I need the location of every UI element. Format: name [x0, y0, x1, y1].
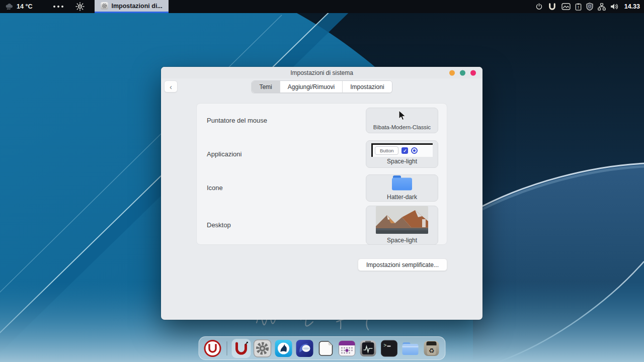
dock-trash-icon[interactable]: ♻	[422, 339, 441, 358]
row-desktop: Desktop Space-light	[197, 205, 447, 245]
tab-aggiungi-rimuovi[interactable]: Aggiungi/Rimuovi	[280, 81, 343, 93]
back-button[interactable]: ‹	[164, 80, 178, 93]
close-button[interactable]	[470, 70, 476, 75]
window-title: Impostazioni di sistema	[290, 69, 353, 76]
dock-uruk-editor-icon[interactable]	[232, 339, 251, 358]
clock[interactable]: 14.33	[624, 3, 640, 10]
blue-folder-icon	[392, 175, 412, 193]
tab-impostazioni[interactable]: Impostazioni	[343, 81, 391, 93]
storm-cloud-icon	[5, 3, 14, 10]
svg-text:♻: ♻	[429, 347, 435, 354]
brightness-sun-icon[interactable]	[75, 2, 85, 11]
row-label: Puntatore del mouse	[207, 117, 267, 124]
dock-document-icon[interactable]	[316, 339, 336, 358]
dock-web-browser-icon[interactable]	[274, 339, 293, 358]
chevron-left-icon: ‹	[170, 82, 172, 91]
uruk-logo-icon[interactable]	[547, 2, 557, 12]
three-dots-icon[interactable]	[53, 6, 63, 8]
shield-icon[interactable]	[586, 3, 593, 11]
cursor-theme-name: Bibata-Modern-Classic	[373, 124, 431, 130]
power-icon[interactable]	[535, 3, 543, 11]
preview-radio-icon	[411, 147, 418, 154]
themes-panel: Puntatore del mouse Bibata-Modern-Classi…	[196, 103, 447, 245]
row-label: Icone	[207, 184, 223, 192]
row-mouse-pointer: Puntatore del mouse Bibata-Modern-Classi…	[197, 104, 447, 137]
clipboard-alert-icon[interactable]: !	[575, 3, 582, 11]
simplified-settings-button[interactable]: Impostazioni semplificate...	[358, 258, 447, 271]
preview-checkbox-icon: ✓	[401, 147, 408, 154]
active-window-tab[interactable]: Impostazioni di...	[95, 0, 168, 13]
dock-file-manager-icon[interactable]	[401, 339, 420, 358]
dock: > ♻	[199, 336, 446, 360]
svg-text:>: >	[384, 342, 387, 348]
dock-mail-icon[interactable]	[295, 339, 314, 358]
minimize-button[interactable]	[449, 70, 455, 75]
icon-theme-card[interactable]: Hatter-dark	[366, 174, 438, 202]
volume-icon[interactable]	[610, 3, 619, 10]
dock-system-settings-icon[interactable]	[253, 339, 272, 358]
top-menubar: 14 °C Impostazioni di	[0, 0, 644, 13]
gear-icon	[101, 2, 108, 10]
dock-uruk-launcher-icon[interactable]	[203, 339, 222, 358]
weather-temp: 14 °C	[17, 3, 32, 10]
gtk-theme-card[interactable]: Button ✓ Space-light	[366, 140, 438, 168]
row-applications: Applicazioni Button ✓ Space-light	[197, 137, 447, 171]
icon-theme-name: Hatter-dark	[387, 194, 417, 201]
row-label: Desktop	[207, 221, 231, 229]
cursor-arrow-icon	[398, 110, 407, 123]
mountain-wallpaper-thumbnail	[376, 206, 428, 236]
dock-terminal-icon[interactable]: >	[380, 339, 399, 358]
row-icons: Icone Hatter-dark	[197, 171, 447, 205]
svg-text:!: !	[578, 5, 579, 10]
network-icon[interactable]	[598, 3, 606, 11]
tab-temi[interactable]: Temi	[252, 81, 280, 93]
gtk-theme-name: Space-light	[387, 158, 417, 165]
dock-calendar-icon[interactable]	[338, 339, 357, 358]
dock-system-monitor-icon[interactable]	[359, 339, 378, 358]
active-window-tab-label: Impostazioni di...	[111, 3, 162, 10]
row-label: Applicazioni	[207, 150, 242, 158]
gtk-widgets-preview: Button ✓	[371, 143, 433, 157]
screenshot-icon[interactable]	[561, 3, 571, 10]
wallpaper-card[interactable]: Space-light	[366, 206, 438, 245]
wallpaper-theme-name: Space-light	[387, 237, 417, 244]
window-nav-row: ‹ Temi Aggiungi/Rimuovi Impostazioni	[161, 78, 482, 97]
weather-widget[interactable]: 14 °C	[5, 3, 32, 10]
settings-window: Impostazioni di sistema ‹ Temi Aggiungi/…	[161, 67, 482, 320]
tab-bar: Temi Aggiungi/Rimuovi Impostazioni	[251, 80, 392, 93]
cursor-theme-card[interactable]: Bibata-Modern-Classic	[366, 108, 438, 133]
maximize-button[interactable]	[460, 70, 465, 75]
window-titlebar[interactable]: Impostazioni di sistema	[161, 67, 482, 78]
dock-separator	[227, 341, 227, 355]
preview-button: Button	[375, 146, 398, 155]
